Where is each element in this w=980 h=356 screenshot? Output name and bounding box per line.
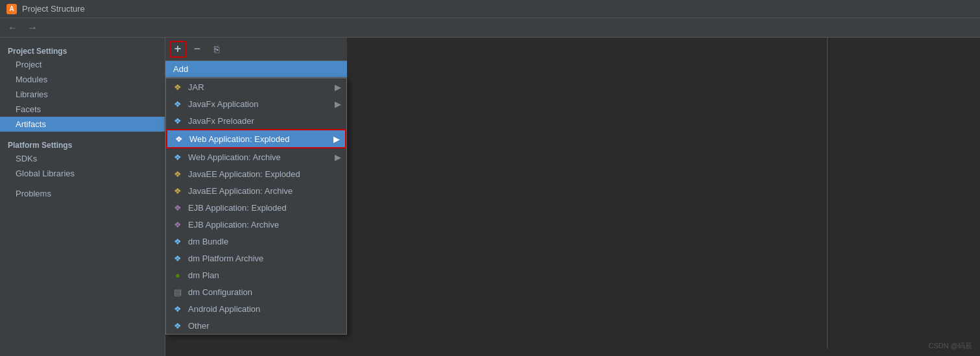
back-arrow[interactable]: ← — [5, 21, 21, 35]
menu-item-dm-config[interactable]: ▤ dm Configuration — [166, 283, 346, 300]
other-icon: ❖ — [173, 320, 183, 331]
sidebar-item-sdks[interactable]: SDKs — [0, 151, 165, 166]
javafx-app-icon: ❖ — [173, 99, 183, 109]
menu-item-javaee-exploded[interactable]: ❖ JavaEE Application: Exploded — [166, 165, 346, 182]
dm-plan-icon: ● — [173, 270, 183, 280]
menu-item-javafx-app[interactable]: ❖ JavaFx Application ▶ — [166, 95, 346, 112]
tree-right: Available Elements ? ▶ 📁 web04 — [827, 38, 970, 348]
remove-button[interactable]: − — [189, 41, 206, 58]
javafx-preloader-icon: ❖ — [173, 115, 183, 126]
sidebar-item-artifacts[interactable]: Artifacts — [0, 117, 165, 132]
web-app-archive-arrow: ▶ — [335, 152, 341, 162]
menu-item-web-app-exploded[interactable]: ❖ Web Application: Exploded ▶ — [166, 129, 346, 148]
menu-item-dm-platform[interactable]: ❖ dm Platform Archive — [166, 250, 346, 267]
sidebar-item-problems[interactable]: Problems — [0, 186, 165, 201]
jar-icon: ❖ — [173, 82, 183, 92]
forward-arrow[interactable]: → — [25, 21, 40, 35]
sidebar-item-project[interactable]: Project — [0, 57, 165, 72]
tree-left: ❖ <output root> ▶ 📁 WEB-INF 🌐 'web04' mo… — [357, 38, 817, 348]
dm-config-icon: ▤ — [173, 287, 183, 297]
menu-item-ejb-exploded[interactable]: ❖ EJB Application: Exploded — [166, 199, 346, 216]
menu-item-android-app[interactable]: ❖ Android Application — [166, 300, 346, 317]
sidebar-item-modules[interactable]: Modules — [0, 72, 165, 87]
web-app-exploded-arrow: ▶ — [333, 134, 340, 144]
menu-item-javafx-preloader[interactable]: ❖ JavaFx Preloader — [166, 112, 346, 129]
copy-button[interactable]: ⎘ — [208, 41, 225, 58]
javaee-exploded-icon: ❖ — [173, 169, 183, 179]
dm-platform-icon: ❖ — [173, 253, 183, 263]
watermark: CSDN @码辰 — [929, 341, 972, 351]
main-content: Project Settings Project Modules Librari… — [0, 38, 980, 356]
web-app-exploded-icon: ❖ — [174, 134, 184, 144]
dropdown-menu: ❖ JAR ▶ ❖ JavaFx Application ▶ ❖ JavaFx … — [165, 78, 347, 335]
menu-item-dm-plan[interactable]: ● dm Plan — [166, 267, 346, 283]
menu-item-ejb-archive[interactable]: ❖ EJB Application: Archive — [166, 216, 346, 233]
sidebar-item-facets[interactable]: Facets — [0, 102, 165, 117]
sidebar-item-libraries[interactable]: Libraries — [0, 87, 165, 102]
dropdown-header: Add — [165, 61, 347, 78]
add-dropdown: Add ❖ JAR ▶ ❖ JavaFx Application ▶ ❖ Jav… — [165, 61, 347, 335]
nav-bar: ← → — [0, 18, 980, 38]
content-area: + − ⎘ Add ❖ JAR ▶ ❖ JavaFx Application ▶… — [165, 38, 980, 356]
project-settings-label: Project Settings — [0, 43, 165, 57]
jar-arrow: ▶ — [335, 82, 341, 92]
menu-item-web-app-archive[interactable]: ❖ Web Application: Archive ▶ — [166, 148, 346, 165]
title-bar: A Project Structure — [0, 0, 980, 18]
menu-item-dm-bundle[interactable]: ❖ dm Bundle — [166, 233, 346, 250]
sidebar: Project Settings Project Modules Librari… — [0, 38, 165, 356]
web-app-archive-icon: ❖ — [173, 152, 183, 162]
ejb-exploded-icon: ❖ — [173, 202, 183, 213]
title-bar-text: Project Structure — [22, 4, 85, 14]
javaee-archive-icon: ❖ — [173, 185, 183, 196]
tree-area: ❖ <output root> ▶ 📁 WEB-INF 🌐 'web04' mo… — [357, 38, 970, 348]
dm-bundle-icon: ❖ — [173, 236, 183, 246]
ejb-archive-icon: ❖ — [173, 219, 183, 230]
right-panel: Name: Type: Web Application: Exploded Ou… — [347, 38, 980, 356]
sidebar-item-global-libraries[interactable]: Global Libraries — [0, 166, 165, 181]
menu-item-jar[interactable]: ❖ JAR ▶ — [166, 78, 346, 95]
add-button[interactable]: + — [169, 41, 186, 58]
menu-item-javaee-archive[interactable]: ❖ JavaEE Application: Archive — [166, 182, 346, 199]
android-app-icon: ❖ — [173, 303, 183, 314]
platform-settings-label: Platform Settings — [0, 137, 165, 151]
javafx-app-arrow: ▶ — [335, 99, 341, 109]
app-icon: A — [6, 4, 17, 14]
menu-item-other[interactable]: ❖ Other — [166, 317, 346, 334]
